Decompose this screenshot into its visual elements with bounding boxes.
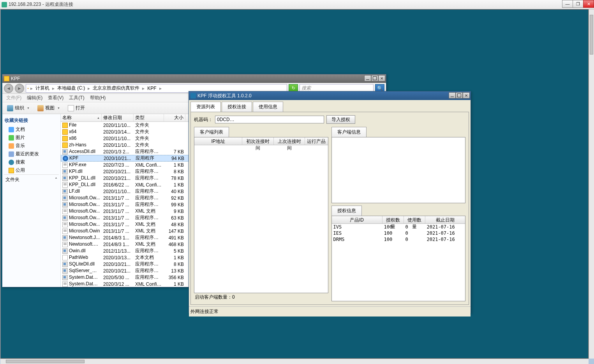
dll-icon	[62, 248, 68, 254]
open-icon	[68, 105, 74, 111]
explorer-maximize-button[interactable]	[371, 75, 378, 81]
tool-close-button[interactable]	[463, 92, 470, 98]
sidebar-item-pictures[interactable]: 图片	[4, 134, 59, 142]
col-auth-qty[interactable]: 授权数量	[382, 216, 404, 223]
column-name[interactable]: 名称	[61, 114, 102, 121]
tab-usage-info[interactable]: 使用信息	[253, 102, 283, 112]
folders-toggle[interactable]: 文件夹 ˄	[4, 174, 59, 185]
chevron-right-icon[interactable]: ▸	[29, 86, 34, 91]
back-button[interactable]: ◄	[4, 84, 13, 93]
col-last-connect[interactable]: 上次连接时间	[274, 137, 305, 145]
views-icon	[37, 105, 44, 111]
close-button[interactable]: ✕	[583, 0, 594, 8]
auth-info-tab[interactable]: 授权信息	[331, 206, 362, 216]
rdp-icon	[2, 2, 7, 7]
views-button[interactable]: 视图	[35, 104, 62, 112]
menu-file[interactable]: 文件(F)	[4, 94, 24, 102]
machine-code-label: 机器码：	[194, 116, 213, 123]
import-license-button[interactable]: 导入授权	[326, 115, 355, 124]
chevron-right-icon[interactable]: ▸	[158, 86, 163, 91]
open-button[interactable]: 打开	[65, 104, 87, 112]
tab-auth-connect[interactable]: 授权连接	[222, 102, 252, 112]
tool-titlebar[interactable]: KPF 浮动授权工具 1.0.2.0	[189, 91, 471, 100]
xml-icon	[62, 222, 68, 227]
sidebar-item-public[interactable]: 公用	[4, 166, 59, 174]
dll-icon	[62, 169, 68, 174]
sidebar-item-search[interactable]: 搜索	[4, 158, 59, 166]
chevron-right-icon[interactable]: ▸	[51, 86, 56, 91]
client-count-status: 启动客户端数量：0	[194, 293, 328, 301]
col-running-product[interactable]: 运行产品	[305, 137, 328, 145]
tool-tabs: 资源列表 授权连接 使用信息	[189, 100, 471, 112]
auth-grid-header: 产品ID 授权数量 使用数量 截止日期	[332, 216, 465, 224]
favorites-header: 收藏夹链接	[4, 116, 59, 125]
auth-row[interactable]: DRMS10002021-07-16	[332, 236, 465, 243]
auth-info-grid[interactable]: 产品ID 授权数量 使用数量 截止日期 IVS10002021-07-16IES…	[331, 216, 466, 301]
chevron-up-icon: ˄	[55, 177, 57, 183]
sidebar-item-documents[interactable]: 文档	[4, 125, 59, 134]
dll-icon	[62, 176, 68, 181]
breadcrumb[interactable]: 北京京胜虚拟仿真软件	[92, 85, 140, 91]
client-info-box[interactable]	[331, 137, 466, 203]
app-icon	[190, 93, 196, 98]
dll-icon	[62, 215, 68, 221]
menu-view[interactable]: 查看(V)	[46, 94, 66, 102]
tool-content: 机器码： 导入授权 客户端列表 IP地址 初次连接时间 上次连接时间 运行产品	[190, 112, 469, 305]
col-ip[interactable]: IP地址	[194, 137, 242, 145]
tool-title: KPF 浮动授权工具 1.0.2.0	[197, 93, 252, 99]
rdp-scrollbar-horizontal[interactable]	[0, 359, 589, 364]
folder-icon	[62, 136, 68, 141]
machine-code-input[interactable]	[215, 116, 324, 123]
search-icon	[9, 160, 14, 165]
explorer-titlebar[interactable]: KPF	[2, 74, 386, 83]
menu-edit[interactable]: 编辑(E)	[25, 94, 45, 102]
xml-icon	[62, 182, 68, 188]
breadcrumb[interactable]: KPF	[146, 86, 157, 91]
breadcrumb[interactable]: 计算机	[35, 85, 50, 91]
pictures-icon	[9, 135, 14, 141]
maximize-button[interactable]: ❐	[573, 0, 583, 8]
remote-desktop-area: KPF ◄ ► ▸ 计算机 ▸ 本地磁盘 (C:) ▸ 北京京胜虚拟仿真软件 ▸…	[0, 9, 589, 359]
sidebar-item-recent[interactable]: 最近的更改	[4, 150, 59, 158]
chevron-right-icon[interactable]: ▸	[141, 86, 146, 91]
rdp-titlebar: 192.168.28.223 - 远程桌面连接 — ❐ ✕	[0, 0, 594, 9]
status-bar: 外网连接正常	[189, 306, 471, 317]
txt-icon	[62, 255, 68, 260]
dll-icon	[62, 268, 68, 274]
tool-body: 资源列表 授权连接 使用信息 机器码： 导入授权 客户端列表 IP地址	[189, 100, 471, 313]
column-type[interactable]: 类型	[134, 114, 164, 121]
rdp-scrollbar-vertical[interactable]	[589, 9, 594, 359]
client-list-tab[interactable]: 客户端列表	[194, 127, 229, 137]
sidebar: 收藏夹链接 文档 图片 音乐 最近的更改 搜索 公用 文件夹 ˄	[2, 114, 61, 287]
auth-row[interactable]: IVS10002021-07-16	[332, 224, 465, 230]
menu-tools[interactable]: 工具(T)	[67, 94, 86, 102]
sidebar-item-music[interactable]: 音乐	[4, 142, 59, 150]
col-used-qty[interactable]: 使用数量	[404, 216, 425, 223]
auth-row[interactable]: IES10002021-07-16	[332, 230, 465, 236]
folder-icon	[62, 123, 68, 128]
xml-icon	[62, 162, 68, 168]
info-column: 客户端信息 授权信息 产品ID 授权数量 使用数量 截止日期 IVS100020…	[331, 127, 466, 301]
forward-button[interactable]: ►	[15, 84, 24, 93]
chevron-right-icon[interactable]: ▸	[86, 86, 91, 91]
column-date[interactable]: 修改日期	[102, 114, 134, 121]
col-expire[interactable]: 截止日期	[425, 216, 465, 223]
tool-maximize-button[interactable]	[456, 92, 463, 98]
explorer-minimize-button[interactable]	[364, 75, 371, 81]
tab-resources[interactable]: 资源列表	[190, 102, 221, 112]
tool-minimize-button[interactable]	[449, 92, 456, 98]
col-product-id[interactable]: 产品ID	[332, 216, 382, 223]
minimize-button[interactable]: —	[562, 0, 573, 8]
menu-help[interactable]: 帮助(H)	[88, 94, 108, 102]
folder-icon	[4, 76, 9, 81]
recent-icon	[9, 151, 14, 157]
breadcrumb[interactable]: 本地磁盘 (C:)	[56, 85, 86, 91]
client-info-tab[interactable]: 客户端信息	[331, 127, 367, 137]
explorer-close-button[interactable]	[378, 75, 385, 81]
column-size[interactable]: 大小	[164, 114, 185, 121]
rdp-title: 192.168.28.223 - 远程桌面连接	[9, 1, 73, 8]
organize-button[interactable]: 组织	[5, 104, 32, 112]
client-list-grid[interactable]: IP地址 初次连接时间 上次连接时间 运行产品	[194, 137, 328, 293]
client-list-column: 客户端列表 IP地址 初次连接时间 上次连接时间 运行产品 启动客户端数量：0	[194, 127, 328, 301]
col-first-connect[interactable]: 初次连接时间	[242, 137, 274, 145]
